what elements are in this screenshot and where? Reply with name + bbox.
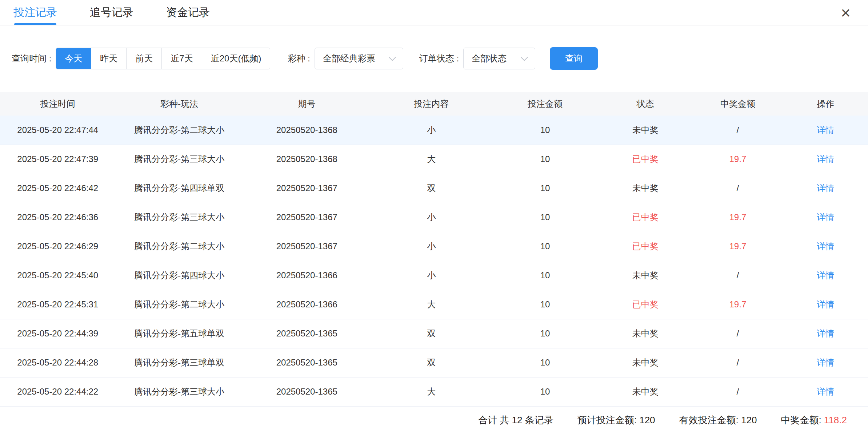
cell-bet-time: 2025-05-20 22:46:36 (0, 203, 115, 232)
detail-link[interactable]: 详情 (817, 328, 834, 338)
tab-fund-records[interactable]: 资金记录 (166, 0, 210, 25)
cell-bet-time: 2025-05-20 22:46:42 (0, 174, 115, 203)
time-range-group: 今天 昨天 前天 近7天 近20天(低频) (56, 48, 270, 69)
cell-action: 详情 (783, 116, 868, 145)
cell-bet-content: 小 (371, 203, 492, 232)
cell-prize-amount: 19.7 (693, 290, 783, 319)
cell-issue: 20250520-1365 (243, 319, 371, 348)
cell-game-play: 腾讯分分彩-第三球大小 (115, 377, 243, 406)
cell-issue: 20250520-1368 (243, 116, 371, 145)
summary-bar: 合计 共 12 条记录 预计投注金额: 120 有效投注金额: 120 中奖金额… (0, 407, 868, 434)
detail-link[interactable]: 详情 (817, 387, 834, 396)
cell-issue: 20250520-1367 (243, 232, 371, 261)
tab-bet-records[interactable]: 投注记录 (13, 0, 57, 25)
table-row: 2025-05-20 22:44:28 腾讯分分彩-第三球单双 20250520… (0, 348, 868, 377)
cell-status: 未中奖 (598, 319, 693, 348)
cell-bet-amount: 10 (492, 116, 598, 145)
bet-records-panel: 投注记录 追号记录 资金记录 × 查询时间 : 今天 昨天 前天 近7天 近20… (0, 0, 868, 440)
summary-total-records: 合计 共 12 条记录 (478, 414, 553, 427)
table-row: 2025-05-20 22:44:22 腾讯分分彩-第三球大小 20250520… (0, 377, 868, 406)
cell-game-play: 腾讯分分彩-第三球大小 (115, 145, 243, 174)
cell-bet-amount: 10 (492, 203, 598, 232)
query-button[interactable]: 查询 (550, 47, 598, 70)
detail-link[interactable]: 详情 (817, 212, 834, 222)
cell-bet-amount: 10 (492, 232, 598, 261)
table-row: 2025-05-20 22:46:36 腾讯分分彩-第三球大小 20250520… (0, 203, 868, 232)
cell-bet-amount: 10 (492, 174, 598, 203)
cell-game-play: 腾讯分分彩-第二球大小 (115, 232, 243, 261)
cell-action: 详情 (783, 290, 868, 319)
cell-bet-time: 2025-05-20 22:47:39 (0, 145, 115, 174)
cell-issue: 20250520-1367 (243, 203, 371, 232)
cell-issue: 20250520-1365 (243, 377, 371, 406)
cell-status: 已中奖 (598, 145, 693, 174)
col-header-prize-amount: 中奖金额 (693, 92, 783, 116)
order-status-filter-label: 订单状态 : (419, 53, 459, 64)
lottery-select-value: 全部经典彩票 (323, 53, 375, 64)
tab-bar: 投注记录 追号记录 资金记录 × (0, 0, 868, 25)
order-status-select-value: 全部状态 (472, 53, 507, 64)
summary-prize-amount: 中奖金额: 118.2 (781, 414, 847, 427)
cell-prize-amount: 19.7 (693, 203, 783, 232)
time-option-today[interactable]: 今天 (56, 48, 91, 69)
time-option-day-before[interactable]: 前天 (127, 48, 162, 69)
summary-prize-value: 118.2 (824, 415, 847, 425)
cell-action: 详情 (783, 174, 868, 203)
detail-link[interactable]: 详情 (817, 270, 834, 280)
cell-bet-content: 小 (371, 232, 492, 261)
table-row: 2025-05-20 22:47:44 腾讯分分彩-第二球大小 20250520… (0, 116, 868, 145)
detail-link[interactable]: 详情 (817, 241, 834, 251)
detail-link[interactable]: 详情 (817, 358, 834, 367)
col-header-bet-amount: 投注金额 (492, 92, 598, 116)
cell-prize-amount: / (693, 261, 783, 290)
cell-action: 详情 (783, 232, 868, 261)
table-row: 2025-05-20 22:46:42 腾讯分分彩-第四球单双 20250520… (0, 174, 868, 203)
cell-bet-amount: 10 (492, 290, 598, 319)
summary-expected-bet-amount: 预计投注金额: 120 (577, 414, 655, 427)
cell-bet-time: 2025-05-20 22:45:31 (0, 290, 115, 319)
cell-game-play: 腾讯分分彩-第四球单双 (115, 174, 243, 203)
cell-bet-amount: 10 (492, 377, 598, 406)
cell-bet-content: 小 (371, 261, 492, 290)
detail-link[interactable]: 详情 (817, 125, 834, 135)
tab-chase-records[interactable]: 追号记录 (90, 0, 133, 25)
detail-link[interactable]: 详情 (817, 299, 834, 309)
cell-bet-content: 双 (371, 174, 492, 203)
cell-action: 详情 (783, 261, 868, 290)
cell-bet-time: 2025-05-20 22:46:29 (0, 232, 115, 261)
cell-prize-amount: 19.7 (693, 232, 783, 261)
cell-status: 未中奖 (598, 116, 693, 145)
cell-prize-amount: / (693, 116, 783, 145)
cell-game-play: 腾讯分分彩-第二球大小 (115, 116, 243, 145)
cell-game-play: 腾讯分分彩-第三球大小 (115, 203, 243, 232)
time-option-last-20-days[interactable]: 近20天(低频) (202, 48, 270, 69)
cell-issue: 20250520-1368 (243, 145, 371, 174)
detail-link[interactable]: 详情 (817, 154, 834, 164)
col-header-actions: 操作 (783, 92, 868, 116)
cell-prize-amount: / (693, 348, 783, 377)
cell-issue: 20250520-1365 (243, 348, 371, 377)
cell-bet-time: 2025-05-20 22:44:28 (0, 348, 115, 377)
col-header-bet-time: 投注时间 (0, 92, 115, 116)
col-header-status: 状态 (598, 92, 693, 116)
cell-bet-content: 双 (371, 319, 492, 348)
lottery-filter-label: 彩种 : (288, 53, 310, 64)
cell-bet-content: 大 (371, 290, 492, 319)
time-option-yesterday[interactable]: 昨天 (91, 48, 127, 69)
cell-issue: 20250520-1366 (243, 261, 371, 290)
close-icon[interactable]: × (841, 4, 851, 21)
order-status-select[interactable]: 全部状态 (463, 48, 535, 69)
time-option-last-7-days[interactable]: 近7天 (162, 48, 202, 69)
cell-game-play: 腾讯分分彩-第二球大小 (115, 290, 243, 319)
cell-bet-time: 2025-05-20 22:44:39 (0, 319, 115, 348)
cell-prize-amount: / (693, 174, 783, 203)
time-filter-label: 查询时间 : (12, 53, 51, 64)
records-table: 投注时间 彩种-玩法 期号 投注内容 投注金额 状态 中奖金额 操作 2025-… (0, 92, 868, 407)
cell-status: 未中奖 (598, 261, 693, 290)
cell-bet-content: 大 (371, 145, 492, 174)
lottery-select[interactable]: 全部经典彩票 (315, 48, 403, 69)
cell-game-play: 腾讯分分彩-第四球大小 (115, 261, 243, 290)
detail-link[interactable]: 详情 (817, 183, 834, 193)
cell-bet-time: 2025-05-20 22:45:40 (0, 261, 115, 290)
cell-bet-time: 2025-05-20 22:47:44 (0, 116, 115, 145)
